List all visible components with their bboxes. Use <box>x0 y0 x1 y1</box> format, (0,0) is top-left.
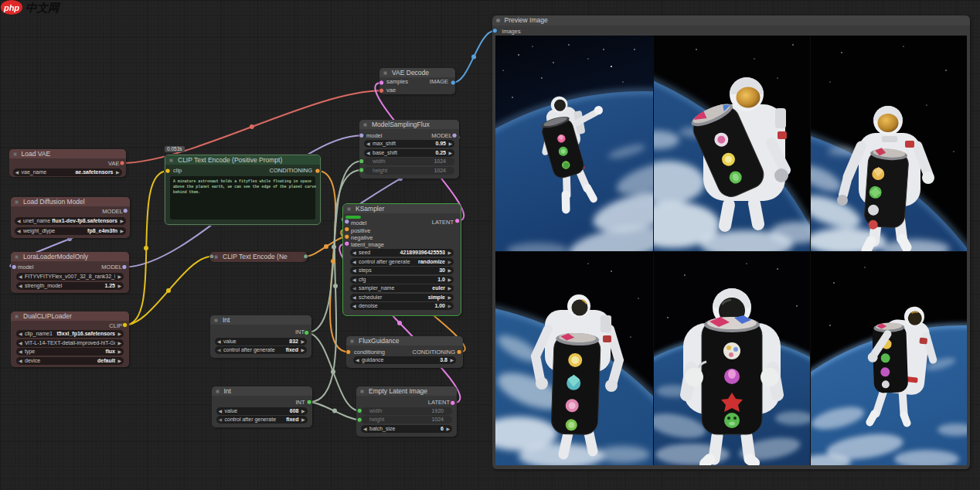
svg-text:php: php <box>3 3 19 12</box>
svg-text:中文网: 中文网 <box>26 2 61 14</box>
